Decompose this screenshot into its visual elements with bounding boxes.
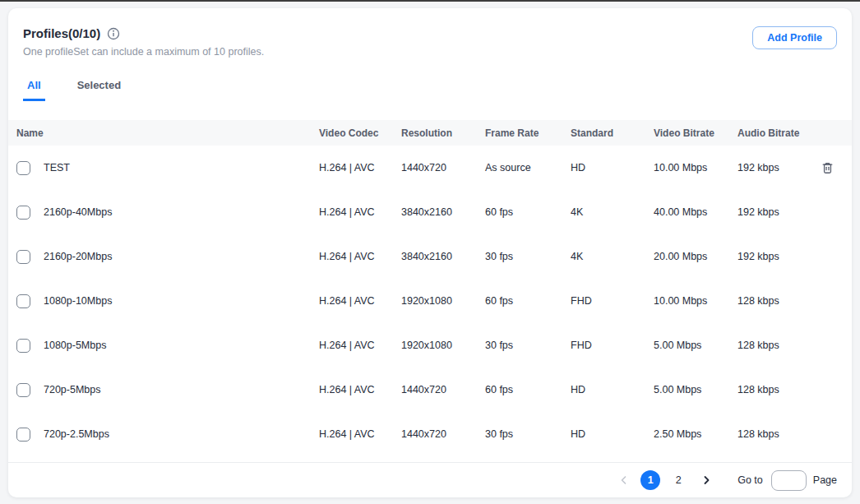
cell-frame-rate: 30 fps xyxy=(485,428,571,440)
tab-all[interactable]: All xyxy=(23,79,45,101)
cell-name: TEST xyxy=(44,162,319,173)
row-checkbox[interactable] xyxy=(16,250,30,264)
cell-video-bitrate: 2.50 Mbps xyxy=(654,428,737,440)
delete-icon[interactable] xyxy=(821,161,835,175)
cell-video-bitrate: 10.00 Mbps xyxy=(654,162,737,173)
cell-video-codec: H.264 | AVC xyxy=(319,251,401,262)
cell-video-codec: H.264 | AVC xyxy=(319,295,401,307)
page-1-button[interactable]: 1 xyxy=(640,470,660,490)
tab-selected[interactable]: Selected xyxy=(73,79,125,101)
cell-video-codec: H.264 | AVC xyxy=(319,428,401,440)
table-header: Name Video Codec Resolution Frame Rate S… xyxy=(8,120,852,146)
cell-frame-rate: 60 fps xyxy=(485,295,571,307)
cell-standard: HD xyxy=(571,162,654,173)
cell-name: 720p-5Mbps xyxy=(44,384,319,395)
cell-standard: HD xyxy=(571,384,654,395)
page-2-button[interactable]: 2 xyxy=(668,470,688,490)
cell-standard: 4K xyxy=(571,206,654,218)
chevron-left-icon[interactable] xyxy=(614,470,634,490)
row-checkbox[interactable] xyxy=(16,339,30,353)
pagination-bar: 12 Go to Page xyxy=(8,462,852,497)
panel-header-left: Profiles(0/10) One profileSet can includ… xyxy=(23,26,264,58)
panel-header: Profiles(0/10) One profileSet can includ… xyxy=(8,8,852,58)
cell-video-codec: H.264 | AVC xyxy=(319,162,401,173)
column-header-resolution: Resolution xyxy=(401,127,485,139)
chevron-right-icon[interactable] xyxy=(696,470,716,490)
cell-standard: 4K xyxy=(571,251,654,262)
tabs-bar: All Selected xyxy=(8,79,852,101)
cell-frame-rate: As source xyxy=(485,162,571,173)
cell-name: 720p-2.5Mbps xyxy=(44,428,319,440)
cell-resolution: 1920x1080 xyxy=(401,295,485,307)
page-title: Profiles(0/10) xyxy=(23,26,100,40)
cell-audio-bitrate: 128 kbps xyxy=(737,384,812,395)
table-row: TEST H.264 | AVC 1440x720 As source HD 1… xyxy=(8,146,852,190)
cell-audio-bitrate: 192 kbps xyxy=(737,162,812,173)
cell-video-bitrate: 5.00 Mbps xyxy=(654,384,737,395)
cell-video-codec: H.264 | AVC xyxy=(319,384,401,395)
cell-resolution: 1920x1080 xyxy=(401,340,485,351)
cell-resolution: 3840x2160 xyxy=(401,251,485,262)
cell-frame-rate: 60 fps xyxy=(485,384,571,395)
cell-name: 1080p-5Mbps xyxy=(44,340,319,351)
cell-standard: FHD xyxy=(571,295,654,307)
cell-video-codec: H.264 | AVC xyxy=(319,206,401,218)
cell-audio-bitrate: 128 kbps xyxy=(737,295,812,307)
cell-resolution: 3840x2160 xyxy=(401,206,485,218)
cell-video-bitrate: 20.00 Mbps xyxy=(654,251,737,262)
cell-standard: HD xyxy=(571,428,654,440)
panel-subtitle: One profileSet can include a maximum of … xyxy=(23,46,264,58)
profiles-panel: Profiles(0/10) One profileSet can includ… xyxy=(8,8,852,497)
cell-video-codec: H.264 | AVC xyxy=(319,340,401,351)
table-body: TEST H.264 | AVC 1440x720 As source HD 1… xyxy=(8,146,852,462)
cell-video-bitrate: 40.00 Mbps xyxy=(654,206,737,218)
table-row: 720p-5Mbps H.264 | AVC 1440x720 60 fps H… xyxy=(8,368,852,412)
row-checkbox[interactable] xyxy=(16,428,30,442)
table-row: 720p-2.5Mbps H.264 | AVC 1440x720 30 fps… xyxy=(8,412,852,456)
cell-video-bitrate: 5.00 Mbps xyxy=(654,340,737,351)
cell-frame-rate: 60 fps xyxy=(485,206,571,218)
window-top-edge xyxy=(0,0,860,2)
page-label: Page xyxy=(813,474,837,486)
table-row: 2160p-20Mbps H.264 | AVC 3840x2160 30 fp… xyxy=(8,234,852,279)
column-header-video-bitrate: Video Bitrate xyxy=(654,127,737,139)
cell-name: 2160p-40Mbps xyxy=(44,206,319,218)
column-header-audio-bitrate: Audio Bitrate xyxy=(737,127,812,139)
table-row: 1080p-10Mbps H.264 | AVC 1920x1080 60 fp… xyxy=(8,279,852,323)
cell-audio-bitrate: 128 kbps xyxy=(737,428,812,440)
cell-resolution: 1440x720 xyxy=(401,428,485,440)
row-checkbox[interactable] xyxy=(16,383,30,397)
cell-standard: FHD xyxy=(571,340,654,351)
column-header-frame-rate: Frame Rate xyxy=(485,127,571,139)
goto-page-input[interactable] xyxy=(771,470,807,491)
cell-name: 2160p-20Mbps xyxy=(44,251,319,262)
cell-resolution: 1440x720 xyxy=(401,384,485,395)
cell-resolution: 1440x720 xyxy=(401,162,485,173)
cell-name: 1080p-10Mbps xyxy=(44,295,319,307)
cell-frame-rate: 30 fps xyxy=(485,251,571,262)
table-row: 1080p-5Mbps H.264 | AVC 1920x1080 30 fps… xyxy=(8,323,852,368)
add-profile-button[interactable]: Add Profile xyxy=(752,26,837,49)
cell-frame-rate: 30 fps xyxy=(485,340,571,351)
column-header-video-codec: Video Codec xyxy=(319,127,401,139)
cell-video-bitrate: 10.00 Mbps xyxy=(654,295,737,307)
row-checkbox[interactable] xyxy=(16,294,30,308)
cell-audio-bitrate: 192 kbps xyxy=(737,251,812,262)
row-checkbox[interactable] xyxy=(16,161,30,175)
row-checkbox[interactable] xyxy=(16,206,30,220)
info-icon[interactable] xyxy=(107,27,120,40)
table-row: 2160p-40Mbps H.264 | AVC 3840x2160 60 fp… xyxy=(8,190,852,234)
cell-audio-bitrate: 192 kbps xyxy=(737,206,812,218)
cell-audio-bitrate: 128 kbps xyxy=(737,340,812,351)
column-header-standard: Standard xyxy=(571,127,654,139)
page-numbers: 12 xyxy=(640,470,696,490)
goto-label: Go to xyxy=(737,474,763,486)
column-header-name: Name xyxy=(16,127,319,139)
tab-all-label: All xyxy=(27,79,41,91)
tab-selected-label: Selected xyxy=(77,79,121,91)
